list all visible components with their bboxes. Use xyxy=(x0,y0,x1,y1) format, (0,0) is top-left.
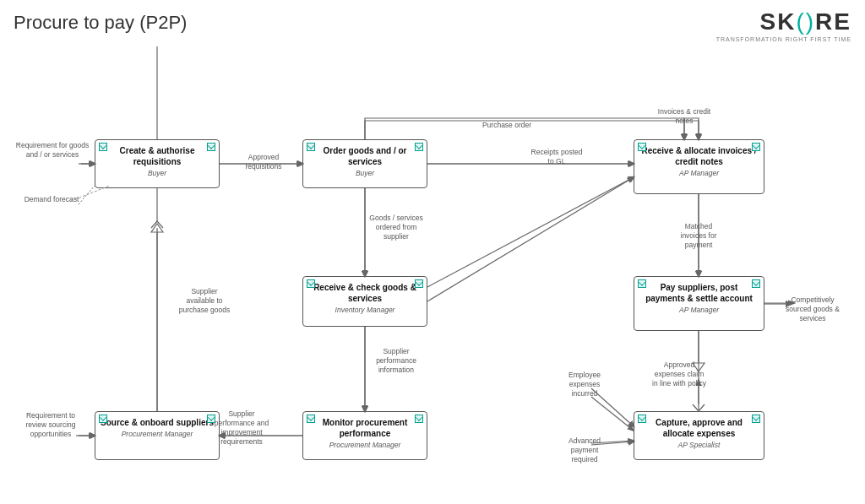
label-requirement-goods: Requirement for goods and / or services xyxy=(12,141,93,160)
svg-line-7 xyxy=(427,177,634,301)
box4-role: Inventory Manager xyxy=(303,306,427,317)
label-competitively-sourced: Competitivelysourced goods &services xyxy=(769,295,857,323)
label-employee-expenses: Employeeexpensesincurred xyxy=(544,371,625,398)
diagram: Create & authorise requisitions Buyer Or… xyxy=(0,46,865,504)
box2-icon xyxy=(307,143,315,151)
box-receive-allocate-invoices: Receive & allocate invoices / credit not… xyxy=(634,139,764,194)
box3-role: AP Manager xyxy=(634,169,764,181)
label-supplier-performance-req: Supplierperformance andimprovementrequir… xyxy=(196,409,287,447)
label-supplier-performance-info: Supplierperformanceinformation xyxy=(358,347,434,375)
box-pay-suppliers: Pay suppliers, post payments & settle ac… xyxy=(634,276,764,331)
box5-title: Pay suppliers, post payments & settle ac… xyxy=(634,277,764,306)
label-requirement-sourcing: Requirement toreview sourcingopportuniti… xyxy=(10,411,91,439)
label-receipts-gl: Receipts postedto GL xyxy=(519,148,595,166)
box3-icon-right xyxy=(752,143,760,151)
svg-marker-17 xyxy=(151,224,163,232)
svg-line-12 xyxy=(591,397,634,431)
box-monitor-procurement: Monitor procurement performance Procurem… xyxy=(302,411,427,460)
box3-title: Receive & allocate invoices / credit not… xyxy=(634,140,764,169)
logo-text: SK()RE xyxy=(760,8,851,35)
label-goods-ordered-supplier: Goods / servicesordered fromsupplier xyxy=(358,214,434,241)
label-purchase-order: Purchase order xyxy=(465,121,549,130)
box3-icon xyxy=(638,143,646,151)
box7-title: Monitor procurement performance xyxy=(303,412,427,441)
box7-icon xyxy=(307,415,315,423)
box1-role: Buyer xyxy=(95,169,219,181)
box-create-authorise: Create & authorise requisitions Buyer xyxy=(95,139,220,188)
box1-icon xyxy=(99,143,107,151)
box1-icon-right xyxy=(207,143,215,151)
box-receive-check-goods: Receive & check goods & services Invento… xyxy=(302,276,427,327)
box4-icon xyxy=(307,279,315,288)
box8-title: Capture, approve and allocate expenses xyxy=(634,412,764,441)
label-matched-invoices: Matchedinvoices forpayment xyxy=(661,222,737,250)
logo-subtitle: TRANSFORMATION RIGHT FIRST TIME xyxy=(716,36,851,42)
box8-icon xyxy=(638,415,646,423)
box-capture-expenses: Capture, approve and allocate expenses A… xyxy=(634,411,764,460)
page-title: Procure to pay (P2P) xyxy=(14,12,187,34)
box8-icon-right xyxy=(752,415,760,423)
label-demand-forecast: Demand forecast xyxy=(14,195,90,204)
label-approved-requisitions: Approvedrequisitions xyxy=(230,153,297,171)
box4-icon-right xyxy=(415,279,423,288)
box-order-goods: Order goods and / or services Buyer xyxy=(302,139,427,188)
label-supplier-available: Supplieravailable topurchase goods xyxy=(162,287,247,315)
box2-role: Buyer xyxy=(303,169,427,181)
box5-icon xyxy=(638,279,646,288)
logo-paren: () xyxy=(796,8,815,35)
box4-title: Receive & check goods & services xyxy=(303,277,427,306)
box7-icon-right xyxy=(415,415,423,423)
logo: SK()RE TRANSFORMATION RIGHT FIRST TIME xyxy=(716,8,851,42)
box1-title: Create & authorise requisitions xyxy=(95,140,219,169)
label-invoices-credit-notes: Invoices & creditnotes xyxy=(642,107,726,126)
box2-icon-right xyxy=(415,143,423,151)
box5-icon-right xyxy=(752,279,760,288)
box5-role: AP Manager xyxy=(634,306,764,317)
label-approved-expenses: Approvedexpenses claimin line with polic… xyxy=(637,360,721,388)
label-advanced-payment: Advancedpaymentrequired xyxy=(544,436,625,464)
box7-role: Procurement Manager xyxy=(303,441,427,453)
svg-line-29 xyxy=(427,177,634,287)
box8-role: AP Specialist xyxy=(634,441,764,453)
box2-title: Order goods and / or services xyxy=(303,140,427,169)
box6-icon xyxy=(99,415,107,423)
